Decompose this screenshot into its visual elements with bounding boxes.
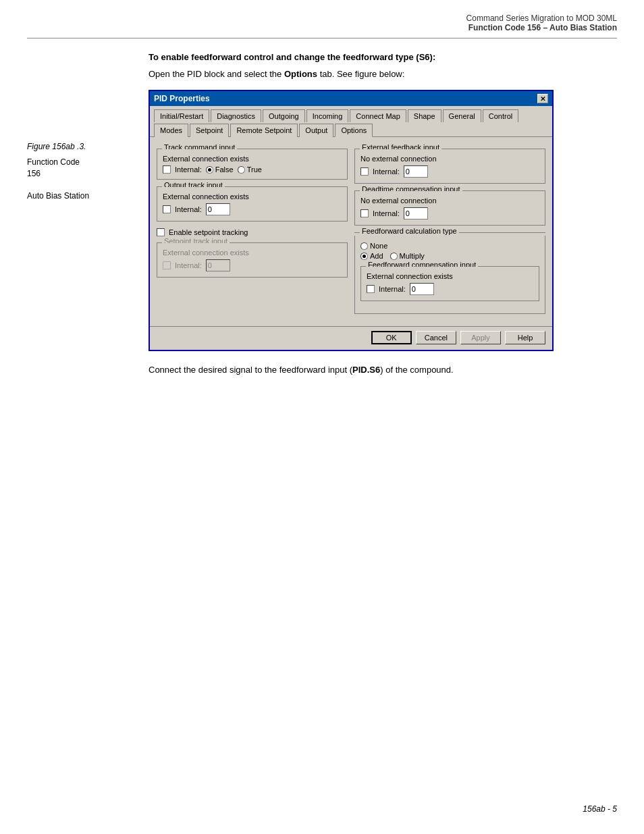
header-subtitle: Function Code 156 – Auto Bias Station bbox=[27, 23, 617, 32]
track-command-checkbox-wrapper bbox=[163, 165, 171, 174]
tab-incoming[interactable]: Incoming bbox=[306, 109, 349, 122]
content-columns: Track command input External connection … bbox=[157, 142, 545, 321]
tab-initial-restart[interactable]: Initial/Restart bbox=[154, 109, 209, 122]
header-title: Command Series Migration to MOD 30ML bbox=[27, 14, 617, 23]
instruction-text: Open the PID block and select the Option… bbox=[149, 69, 617, 79]
enable-setpoint-label: Enable setpoint tracking bbox=[169, 228, 248, 236]
dialog-wrapper: PID Properties ✕ Initial/Restart Diagnos… bbox=[149, 90, 554, 351]
tab-output[interactable]: Output bbox=[299, 124, 333, 137]
bottom-text: Connect the desired signal to the feedfo… bbox=[149, 365, 617, 375]
ext-feedback-internal-row: Internal: bbox=[360, 165, 539, 178]
left-column: Track command input External connection … bbox=[157, 142, 348, 321]
dialog-title: PID Properties bbox=[154, 94, 210, 103]
feedforward-calc-box: None Add bbox=[354, 236, 545, 314]
false-label: False bbox=[215, 165, 234, 174]
track-command-internal-row: Internal: False True bbox=[163, 165, 342, 174]
none-radio[interactable] bbox=[360, 242, 368, 250]
add-radio[interactable] bbox=[360, 253, 368, 260]
false-radio[interactable] bbox=[206, 166, 213, 174]
tab-setpoint[interactable]: Setpoint bbox=[190, 124, 229, 137]
setpoint-track-checkbox bbox=[163, 261, 171, 269]
feedforward-calc-border: Feedforward calculation type bbox=[354, 232, 545, 233]
deadtime-box: No external connection Internal: bbox=[354, 191, 545, 226]
ok-button[interactable]: OK bbox=[371, 331, 412, 344]
deadtime-group-wrapper: Deadtime compensation input No external … bbox=[354, 190, 545, 226]
multiply-radio[interactable] bbox=[390, 253, 398, 260]
figure-label: Figure 156ab .3. bbox=[27, 142, 108, 151]
output-track-internal-label: Internal: bbox=[175, 205, 202, 213]
tab-remote-setpoint[interactable]: Remote Setpoint bbox=[230, 124, 298, 137]
setpoint-track-input bbox=[206, 259, 230, 271]
add-label: Add bbox=[370, 252, 383, 260]
deadtime-status: No external connection bbox=[360, 197, 539, 205]
tab-outgoing[interactable]: Outgoing bbox=[263, 109, 305, 122]
tab-options[interactable]: Options bbox=[335, 124, 373, 137]
track-command-checkbox[interactable] bbox=[163, 165, 171, 174]
true-radio[interactable] bbox=[238, 166, 245, 174]
enable-setpoint-checkbox[interactable] bbox=[157, 228, 165, 236]
right-column: External feedback input No external conn… bbox=[354, 142, 545, 321]
output-track-checkbox[interactable] bbox=[163, 205, 171, 213]
track-command-status: External connection exists bbox=[163, 155, 342, 163]
false-radio-wrapper: False bbox=[206, 165, 234, 174]
none-label: None bbox=[370, 242, 387, 250]
tab-general[interactable]: General bbox=[443, 109, 481, 122]
apply-button[interactable]: Apply bbox=[460, 331, 501, 344]
setpoint-track-box: External connection exists Internal: bbox=[157, 243, 348, 278]
feedforward-comp-internal-label: Internal: bbox=[379, 285, 406, 293]
none-radio-wrapper: None bbox=[360, 242, 387, 250]
add-multiply-radio-group: Add Multiply bbox=[360, 252, 539, 260]
feedforward-comp-input[interactable] bbox=[410, 283, 434, 295]
cancel-button[interactable]: Cancel bbox=[416, 331, 456, 344]
track-command-box: External connection exists Internal: Fal… bbox=[157, 149, 348, 180]
ext-feedback-input[interactable] bbox=[404, 165, 428, 178]
deadtime-checkbox-wrapper bbox=[360, 209, 369, 217]
figure-caption: Function Code 156 Auto Bias Station bbox=[27, 157, 108, 202]
true-radio-wrapper: True bbox=[238, 165, 262, 174]
deadtime-checkbox[interactable] bbox=[360, 209, 369, 217]
sidebar-labels: Figure 156ab .3. Function Code 156 Auto … bbox=[27, 142, 108, 202]
output-track-box: External connection exists Internal: bbox=[157, 187, 348, 221]
tab-shape[interactable]: Shape bbox=[408, 109, 441, 122]
feedforward-comp-checkbox[interactable] bbox=[367, 285, 375, 293]
pid-properties-dialog: PID Properties ✕ Initial/Restart Diagnos… bbox=[149, 90, 554, 351]
ext-feedback-internal-label: Internal: bbox=[373, 167, 400, 176]
deadtime-input[interactable] bbox=[404, 207, 428, 219]
add-radio-wrapper: Add bbox=[360, 252, 383, 260]
dialog-footer: OK Cancel Apply Help bbox=[150, 326, 552, 350]
tab-connect-map[interactable]: Connect Map bbox=[350, 109, 406, 122]
instruction-heading: To enable feedforward control and change… bbox=[149, 52, 617, 62]
multiply-radio-wrapper: Multiply bbox=[390, 252, 425, 260]
setpoint-track-checkbox-wrapper bbox=[163, 261, 171, 269]
help-button[interactable]: Help bbox=[505, 331, 545, 344]
deadtime-internal-row: Internal: bbox=[360, 207, 539, 219]
track-command-internal-label: Internal: bbox=[175, 165, 202, 174]
feedforward-comp-box: External connection exists Internal: bbox=[360, 267, 539, 301]
enable-setpoint-checkbox-wrapper bbox=[157, 228, 165, 236]
feedforward-comp-internal-row: Internal: bbox=[367, 283, 533, 295]
setpoint-track-internal-row: Internal: bbox=[163, 259, 342, 271]
setpoint-track-internal-label: Internal: bbox=[175, 261, 202, 269]
feedforward-calc-title: Feedforward calculation type bbox=[360, 227, 459, 235]
output-track-status: External connection exists bbox=[163, 192, 342, 201]
page-number: 156ab - 5 bbox=[583, 804, 617, 814]
dialog-body: Track command input External connection … bbox=[150, 137, 552, 326]
multiply-label: Multiply bbox=[400, 252, 425, 260]
tab-diagnostics[interactable]: Diagnostics bbox=[211, 109, 261, 122]
header: Command Series Migration to MOD 30ML Fun… bbox=[27, 14, 617, 32]
dialog-titlebar: PID Properties ✕ bbox=[150, 91, 552, 106]
output-track-checkbox-wrapper bbox=[163, 205, 171, 213]
output-track-input[interactable] bbox=[206, 203, 230, 215]
ext-feedback-checkbox[interactable] bbox=[360, 167, 369, 176]
feedforward-comp-wrapper: Feedforward compensation input External … bbox=[360, 266, 539, 301]
setpoint-tracking-wrapper: Enable setpoint tracking Setpoint track … bbox=[157, 228, 348, 278]
setpoint-track-status: External connection exists bbox=[163, 249, 342, 257]
ext-feedback-checkbox-wrapper bbox=[360, 167, 369, 176]
ext-feedback-group-wrapper: External feedback input No external conn… bbox=[354, 149, 545, 184]
tab-modes[interactable]: Modes bbox=[154, 124, 188, 137]
feedforward-calc-wrapper: Feedforward calculation type None bbox=[354, 232, 545, 314]
feedforward-comp-status: External connection exists bbox=[367, 272, 533, 280]
close-button[interactable]: ✕ bbox=[537, 94, 548, 103]
dialog-tabs: Initial/Restart Diagnostics Outgoing Inc… bbox=[150, 106, 552, 137]
tab-control[interactable]: Control bbox=[483, 109, 518, 122]
